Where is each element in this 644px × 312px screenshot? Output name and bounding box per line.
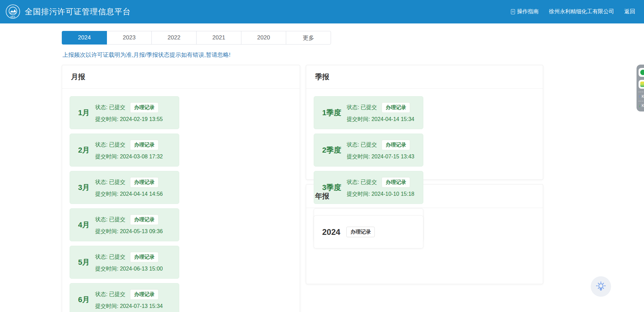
- gradient-pill: [639, 80, 644, 89]
- submit-time-text: 提交时间: 2024-03-08 17:32: [95, 153, 163, 160]
- card-info: 状态: 已提交办理记录提交时间: 2024-04-14 15:34: [347, 102, 414, 123]
- card-info: 状态: 已提交办理记录提交时间: 2024-03-08 17:32: [95, 140, 163, 160]
- monthly-card-1月: 1月状态: 已提交办理记录提交时间: 2024-02-19 13:55: [70, 96, 179, 129]
- record-button[interactable]: 办理记录: [382, 177, 410, 188]
- guide-label: 操作指南: [517, 8, 539, 15]
- company-link[interactable]: 徐州永利精细化工有限公司: [549, 8, 614, 15]
- period-label: 1季度: [322, 108, 341, 118]
- notice-text: 上报频次以许可证载明为准,月报/季报状态提示如有错误,暂请忽略!: [62, 51, 543, 59]
- card-info: 状态: 已提交办理记录提交时间: 2024-10-10 15:18: [347, 177, 414, 198]
- back-link[interactable]: 返回: [624, 8, 635, 15]
- period-label: 3月: [78, 183, 90, 193]
- status-text: 状态: 已提交: [95, 179, 125, 186]
- gradient-icon: [640, 82, 644, 87]
- widget-row-up: ↑K: [639, 92, 644, 99]
- tab-2022[interactable]: 2022: [151, 31, 197, 45]
- record-button[interactable]: 办理记录: [382, 140, 410, 150]
- submit-time-text: 提交时间: 2024-07-15 13:43: [347, 153, 414, 160]
- annual-card-2024: 2024办理记录: [314, 215, 423, 248]
- record-button[interactable]: 办理记录: [130, 289, 159, 300]
- help-lightbulb-button[interactable]: [591, 276, 611, 297]
- status-text: 状态: 已提交: [347, 104, 377, 111]
- tab-更多[interactable]: 更多: [286, 31, 331, 45]
- green-dot-icon: [640, 70, 644, 75]
- year-tabs: 20242023202220212020更多: [62, 31, 331, 45]
- monthly-card-6月: 6月状态: 已提交办理记录提交时间: 2024-07-13 15:34: [70, 283, 179, 312]
- browser-extension-widget[interactable]: ↑K↓K: [637, 65, 644, 111]
- right-column: 季报 1季度状态: 已提交办理记录提交时间: 2024-04-14 15:342…: [306, 65, 543, 284]
- record-button[interactable]: 办理记录: [382, 102, 410, 113]
- record-button[interactable]: 办理记录: [346, 227, 375, 237]
- status-row: 状态: 已提交办理记录: [95, 102, 163, 113]
- tab-2021[interactable]: 2021: [196, 31, 241, 45]
- record-button[interactable]: 办理记录: [130, 177, 159, 188]
- down-arrow-icon: ↓: [639, 103, 641, 108]
- status-row: 状态: 已提交办理记录: [347, 177, 414, 188]
- submit-time-text: 提交时间: 2024-10-10 15:18: [347, 191, 414, 198]
- card-info: 状态: 已提交办理记录提交时间: 2024-02-19 13:55: [95, 102, 163, 123]
- tab-2023[interactable]: 2023: [107, 31, 152, 45]
- record-button[interactable]: 办理记录: [130, 140, 159, 150]
- status-row: 状态: 已提交办理记录: [347, 102, 414, 113]
- card-info: 状态: 已提交办理记录提交时间: 2024-07-13 15:34: [95, 289, 163, 310]
- up-arrow-icon: ↑: [639, 94, 641, 99]
- status-row: 状态: 已提交办理记录: [95, 289, 163, 300]
- period-label: 5月: [78, 257, 90, 267]
- quarterly-card-3季度: 3季度状态: 已提交办理记录提交时间: 2024-10-10 15:18: [314, 171, 423, 204]
- monthly-card-4月: 4月状态: 已提交办理记录提交时间: 2024-05-13 09:36: [70, 208, 179, 241]
- status-row: 状态: 已提交办理记录: [95, 214, 163, 225]
- submit-time-text: 提交时间: 2024-04-14 14:56: [95, 191, 163, 198]
- header-nav: 操作指南 徐州永利精细化工有限公司 返回: [511, 8, 635, 15]
- tab-2020[interactable]: 2020: [241, 31, 286, 45]
- status-row: 状态: 已提交办理记录: [347, 140, 414, 150]
- status-text: 状态: 已提交: [95, 216, 125, 223]
- card-info: 状态: 已提交办理记录提交时间: 2024-05-13 09:36: [95, 214, 163, 235]
- card-info: 状态: 已提交办理记录提交时间: 2024-04-14 14:56: [95, 177, 163, 198]
- card-info: 状态: 已提交办理记录提交时间: 2024-06-13 15:00: [95, 252, 163, 273]
- quarterly-panel: 季报 1季度状态: 已提交办理记录提交时间: 2024-04-14 15:342…: [306, 65, 543, 180]
- period-label: 2月: [78, 145, 90, 155]
- annual-cards: 2024办理记录: [306, 208, 543, 256]
- page-title: 全国排污许可证管理信息平台: [25, 6, 131, 17]
- period-label: 2季度: [322, 145, 341, 155]
- quarterly-panel-title: 季报: [306, 65, 543, 89]
- record-button[interactable]: 办理记录: [130, 252, 159, 262]
- monthly-cards: 1月状态: 已提交办理记录提交时间: 2024-02-19 13:552月状态:…: [62, 89, 300, 312]
- submit-time-text: 提交时间: 2024-02-19 13:55: [95, 116, 163, 123]
- status-text: 状态: 已提交: [95, 291, 125, 298]
- status-text: 状态: 已提交: [95, 141, 125, 149]
- status-row: 状态: 已提交办理记录: [95, 177, 163, 188]
- status-text: 状态: 已提交: [95, 254, 125, 261]
- monthly-panel-title: 月报: [62, 65, 300, 89]
- guide-link[interactable]: 操作指南: [511, 8, 539, 15]
- record-button[interactable]: 办理记录: [130, 102, 159, 113]
- monthly-card-3月: 3月状态: 已提交办理记录提交时间: 2024-04-14 14:56: [70, 171, 179, 204]
- submit-time-text: 提交时间: 2024-06-13 15:00: [95, 265, 163, 273]
- widget-row-label: K: [642, 103, 644, 108]
- widget-row-down: ↓K: [639, 101, 644, 108]
- period-label: 2024: [322, 227, 340, 237]
- status-text: 状态: 已提交: [95, 104, 125, 111]
- lightbulb-icon: [595, 281, 607, 292]
- record-button[interactable]: 办理记录: [130, 214, 159, 225]
- report-columns: 月报 1月状态: 已提交办理记录提交时间: 2024-02-19 13:552月…: [62, 65, 543, 312]
- main-content: 20242023202220212020更多 上报频次以许可证载明为准,月报/季…: [62, 23, 543, 312]
- widget-rows: ↑K↓K: [639, 92, 644, 108]
- status-pill: [639, 68, 644, 77]
- submit-time-text: 提交时间: 2024-05-13 09:36: [95, 228, 163, 235]
- monthly-card-2月: 2月状态: 已提交办理记录提交时间: 2024-03-08 17:32: [70, 134, 179, 167]
- submit-time-text: 提交时间: 2024-04-14 15:34: [347, 116, 414, 123]
- document-icon: [511, 9, 515, 14]
- submit-time-text: 提交时间: 2024-07-13 15:34: [95, 303, 163, 310]
- tab-2024[interactable]: 2024: [62, 31, 107, 45]
- period-label: 1月: [78, 108, 90, 118]
- app-header: MEE 全国排污许可证管理信息平台 操作指南 徐州永利精细化工有限公司 返回: [0, 0, 644, 23]
- mee-logo: MEE: [5, 4, 21, 20]
- monthly-panel: 月报 1月状态: 已提交办理记录提交时间: 2024-02-19 13:552月…: [62, 65, 300, 312]
- status-row: 状态: 已提交办理记录: [95, 252, 163, 262]
- status-text: 状态: 已提交: [347, 141, 377, 149]
- period-label: 6月: [78, 295, 90, 305]
- quarterly-card-1季度: 1季度状态: 已提交办理记录提交时间: 2024-04-14 15:34: [314, 96, 423, 129]
- svg-text:MEE: MEE: [11, 16, 16, 18]
- quarterly-card-2季度: 2季度状态: 已提交办理记录提交时间: 2024-07-15 13:43: [314, 134, 423, 167]
